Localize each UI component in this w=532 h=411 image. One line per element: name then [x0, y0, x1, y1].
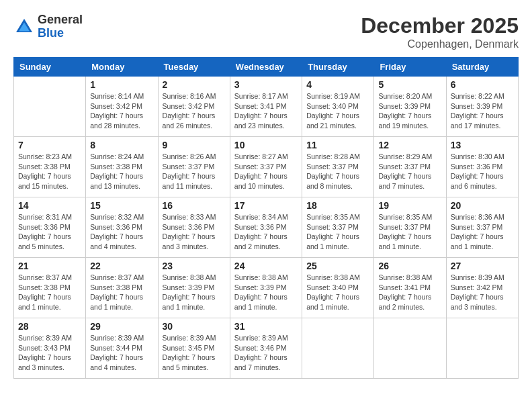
day-info: Sunrise: 8:38 AM Sunset: 3:39 PM Dayligh…	[163, 273, 226, 312]
calendar-cell: 3Sunrise: 8:17 AM Sunset: 3:41 PM Daylig…	[230, 77, 302, 137]
calendar-cell: 10Sunrise: 8:27 AM Sunset: 3:37 PM Dayli…	[230, 137, 302, 197]
day-info: Sunrise: 8:19 AM Sunset: 3:40 PM Dayligh…	[306, 91, 369, 131]
calendar-cell: 22Sunrise: 8:37 AM Sunset: 3:38 PM Dayli…	[86, 258, 158, 318]
calendar-cell: 1Sunrise: 8:14 AM Sunset: 3:42 PM Daylig…	[86, 77, 158, 137]
day-number: 4	[306, 79, 369, 90]
calendar-cell: 15Sunrise: 8:32 AM Sunset: 3:36 PM Dayli…	[86, 197, 158, 258]
page-header: General Blue December 2025 Copenhagen, D…	[13, 13, 519, 50]
day-info: Sunrise: 8:27 AM Sunset: 3:37 PM Dayligh…	[234, 152, 298, 191]
day-number: 30	[163, 321, 226, 332]
col-header-saturday: Saturday	[446, 58, 518, 77]
day-number: 6	[451, 79, 514, 90]
day-info: Sunrise: 8:35 AM Sunset: 3:37 PM Dayligh…	[378, 212, 441, 252]
day-info: Sunrise: 8:38 AM Sunset: 3:40 PM Dayligh…	[306, 273, 369, 312]
day-info: Sunrise: 8:20 AM Sunset: 3:39 PM Dayligh…	[378, 91, 441, 131]
day-info: Sunrise: 8:37 AM Sunset: 3:38 PM Dayligh…	[90, 273, 153, 312]
day-number: 15	[90, 200, 153, 211]
day-number: 2	[163, 79, 226, 90]
logo-text: General Blue	[38, 13, 83, 40]
calendar-cell: 23Sunrise: 8:38 AM Sunset: 3:39 PM Dayli…	[158, 258, 230, 318]
day-number: 23	[163, 261, 226, 271]
calendar-cell	[302, 318, 374, 379]
day-info: Sunrise: 8:24 AM Sunset: 3:38 PM Dayligh…	[90, 152, 153, 191]
day-info: Sunrise: 8:29 AM Sunset: 3:37 PM Dayligh…	[378, 152, 441, 191]
day-info: Sunrise: 8:37 AM Sunset: 3:38 PM Dayligh…	[18, 273, 81, 312]
col-header-thursday: Thursday	[302, 58, 374, 77]
calendar-header: SundayMondayTuesdayWednesdayThursdayFrid…	[14, 58, 519, 77]
col-header-friday: Friday	[374, 58, 446, 77]
calendar-cell: 13Sunrise: 8:30 AM Sunset: 3:36 PM Dayli…	[446, 137, 518, 197]
day-number: 12	[378, 140, 441, 150]
col-header-wednesday: Wednesday	[230, 58, 302, 77]
calendar-body: 1Sunrise: 8:14 AM Sunset: 3:42 PM Daylig…	[14, 77, 519, 379]
day-number: 31	[234, 321, 298, 332]
calendar-cell: 7Sunrise: 8:23 AM Sunset: 3:38 PM Daylig…	[14, 137, 86, 197]
day-info: Sunrise: 8:26 AM Sunset: 3:37 PM Dayligh…	[163, 152, 226, 191]
calendar-cell: 8Sunrise: 8:24 AM Sunset: 3:38 PM Daylig…	[86, 137, 158, 197]
col-header-sunday: Sunday	[14, 58, 86, 77]
day-number: 7	[18, 140, 81, 150]
day-number: 10	[234, 140, 298, 150]
day-info: Sunrise: 8:39 AM Sunset: 3:42 PM Dayligh…	[451, 273, 514, 312]
location: Copenhagen, Denmark	[361, 38, 519, 50]
calendar-table: SundayMondayTuesdayWednesdayThursdayFrid…	[13, 57, 519, 379]
day-info: Sunrise: 8:28 AM Sunset: 3:37 PM Dayligh…	[306, 152, 369, 191]
calendar-cell: 25Sunrise: 8:38 AM Sunset: 3:40 PM Dayli…	[302, 258, 374, 318]
day-number: 26	[378, 261, 441, 271]
day-number: 28	[18, 321, 81, 332]
day-info: Sunrise: 8:16 AM Sunset: 3:42 PM Dayligh…	[163, 91, 226, 131]
week-row-4: 21Sunrise: 8:37 AM Sunset: 3:38 PM Dayli…	[14, 258, 519, 318]
day-number: 19	[378, 200, 441, 211]
calendar-cell: 2Sunrise: 8:16 AM Sunset: 3:42 PM Daylig…	[158, 77, 230, 137]
day-number: 9	[163, 140, 226, 150]
week-row-5: 28Sunrise: 8:39 AM Sunset: 3:43 PM Dayli…	[14, 318, 519, 379]
day-number: 5	[378, 79, 441, 90]
day-number: 13	[451, 140, 514, 150]
logo: General Blue	[13, 13, 83, 40]
calendar-cell: 5Sunrise: 8:20 AM Sunset: 3:39 PM Daylig…	[374, 77, 446, 137]
day-info: Sunrise: 8:38 AM Sunset: 3:41 PM Dayligh…	[378, 273, 441, 312]
day-info: Sunrise: 8:23 AM Sunset: 3:38 PM Dayligh…	[18, 152, 81, 191]
day-info: Sunrise: 8:33 AM Sunset: 3:36 PM Dayligh…	[163, 212, 226, 252]
calendar-cell: 31Sunrise: 8:39 AM Sunset: 3:46 PM Dayli…	[230, 318, 302, 379]
day-number: 16	[163, 200, 226, 211]
header-row: SundayMondayTuesdayWednesdayThursdayFrid…	[14, 58, 519, 77]
day-info: Sunrise: 8:30 AM Sunset: 3:36 PM Dayligh…	[451, 152, 514, 191]
calendar-cell: 29Sunrise: 8:39 AM Sunset: 3:44 PM Dayli…	[86, 318, 158, 379]
calendar-cell: 19Sunrise: 8:35 AM Sunset: 3:37 PM Dayli…	[374, 197, 446, 258]
logo-general-text: General	[38, 13, 83, 27]
calendar-cell: 27Sunrise: 8:39 AM Sunset: 3:42 PM Dayli…	[446, 258, 518, 318]
calendar-cell: 28Sunrise: 8:39 AM Sunset: 3:43 PM Dayli…	[14, 318, 86, 379]
day-number: 11	[306, 140, 369, 150]
calendar-cell	[14, 77, 86, 137]
day-info: Sunrise: 8:35 AM Sunset: 3:37 PM Dayligh…	[306, 212, 369, 252]
day-info: Sunrise: 8:17 AM Sunset: 3:41 PM Dayligh…	[234, 91, 298, 131]
day-number: 20	[451, 200, 514, 211]
day-info: Sunrise: 8:39 AM Sunset: 3:43 PM Dayligh…	[18, 333, 81, 373]
calendar-cell: 18Sunrise: 8:35 AM Sunset: 3:37 PM Dayli…	[302, 197, 374, 258]
calendar-cell: 24Sunrise: 8:38 AM Sunset: 3:39 PM Dayli…	[230, 258, 302, 318]
day-info: Sunrise: 8:39 AM Sunset: 3:45 PM Dayligh…	[163, 333, 226, 373]
day-info: Sunrise: 8:22 AM Sunset: 3:39 PM Dayligh…	[451, 91, 514, 131]
calendar-cell: 17Sunrise: 8:34 AM Sunset: 3:36 PM Dayli…	[230, 197, 302, 258]
day-info: Sunrise: 8:38 AM Sunset: 3:39 PM Dayligh…	[234, 273, 298, 312]
day-number: 1	[90, 79, 153, 90]
day-number: 3	[234, 79, 298, 90]
calendar-cell: 11Sunrise: 8:28 AM Sunset: 3:37 PM Dayli…	[302, 137, 374, 197]
calendar-cell: 9Sunrise: 8:26 AM Sunset: 3:37 PM Daylig…	[158, 137, 230, 197]
day-number: 29	[90, 321, 153, 332]
calendar-cell: 12Sunrise: 8:29 AM Sunset: 3:37 PM Dayli…	[374, 137, 446, 197]
calendar-cell	[374, 318, 446, 379]
calendar-cell: 6Sunrise: 8:22 AM Sunset: 3:39 PM Daylig…	[446, 77, 518, 137]
month-title: December 2025	[361, 13, 519, 38]
day-number: 14	[18, 200, 81, 211]
day-number: 25	[306, 261, 369, 271]
title-block: December 2025 Copenhagen, Denmark	[361, 13, 519, 50]
day-info: Sunrise: 8:31 AM Sunset: 3:36 PM Dayligh…	[18, 212, 81, 252]
day-number: 21	[18, 261, 81, 271]
calendar-cell: 26Sunrise: 8:38 AM Sunset: 3:41 PM Dayli…	[374, 258, 446, 318]
day-info: Sunrise: 8:39 AM Sunset: 3:46 PM Dayligh…	[234, 333, 298, 373]
calendar-cell: 30Sunrise: 8:39 AM Sunset: 3:45 PM Dayli…	[158, 318, 230, 379]
calendar-cell	[446, 318, 518, 379]
day-number: 27	[451, 261, 514, 271]
